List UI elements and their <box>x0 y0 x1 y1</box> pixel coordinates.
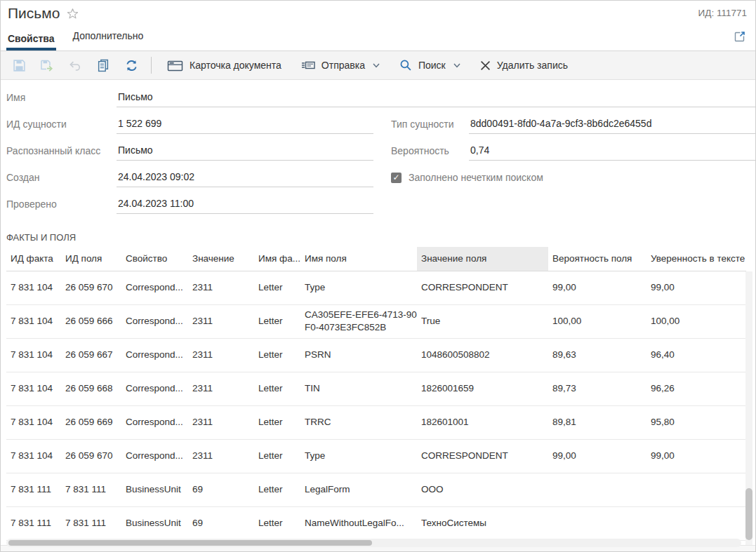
cell-field-id[interactable]: 7 831 111 <box>61 473 121 506</box>
search-button[interactable]: Поиск <box>390 51 470 79</box>
column-header[interactable]: Имя поля <box>300 247 417 271</box>
cell-field-name[interactable]: TIN <box>300 372 417 405</box>
column-header[interactable]: Значение <box>188 247 254 271</box>
cell-fact-name[interactable]: Letter <box>254 506 300 540</box>
cell-property[interactable]: Correspond... <box>121 271 188 304</box>
open-in-window-icon[interactable] <box>733 30 747 44</box>
cell-field-value[interactable]: 182601001 <box>417 405 548 439</box>
cell-field-name[interactable]: NameWithoutLegalFo... <box>300 506 417 540</box>
copy-button[interactable] <box>95 57 112 74</box>
column-header[interactable]: Имя фа... <box>254 247 300 271</box>
save-button[interactable] <box>11 57 27 74</box>
cell-fact-id[interactable]: 7 831 104 <box>6 338 61 372</box>
cell-field-value[interactable]: ТехноСистемы <box>417 506 548 540</box>
created-field[interactable]: 24.04.2023 09:02 <box>117 171 373 187</box>
vertical-scrollbar-thumb[interactable] <box>745 488 752 540</box>
cell-field-id[interactable]: 26 059 667 <box>61 338 121 372</box>
delete-record-button[interactable]: Удалить запись <box>470 51 578 79</box>
cell-fact-name[interactable]: Letter <box>254 473 300 506</box>
cell-fact-id[interactable]: 7 831 104 <box>6 271 61 304</box>
cell-property[interactable]: Correspond... <box>121 338 188 372</box>
cell-property[interactable]: BusinessUnit <box>121 473 188 506</box>
cell-value[interactable]: 69 <box>188 506 254 540</box>
cell-field-value[interactable]: ООО <box>417 473 548 506</box>
table-row[interactable]: 7 831 104 26 059 670 Correspond... 2311 … <box>6 439 746 473</box>
cell-field-id[interactable]: 26 059 669 <box>61 405 121 439</box>
undo-button[interactable] <box>67 57 84 74</box>
name-field[interactable]: Письмо <box>117 91 755 107</box>
cell-field-probability[interactable]: 89,63 <box>548 338 646 372</box>
send-button[interactable]: Отправка <box>291 51 390 79</box>
cell-fact-name[interactable]: Letter <box>254 271 300 304</box>
column-header[interactable]: Вероятность поля <box>548 247 646 271</box>
cell-property[interactable]: Correspond... <box>121 405 188 439</box>
cell-property[interactable]: Correspond... <box>121 439 188 473</box>
column-header[interactable]: Уверенность в тексте <box>646 247 746 271</box>
cell-value[interactable]: 2311 <box>188 439 254 473</box>
cell-fact-id[interactable]: 7 831 104 <box>6 304 61 338</box>
table-row[interactable]: 7 831 104 26 059 667 Correspond... 2311 … <box>6 338 746 372</box>
cell-field-probability[interactable] <box>548 473 646 506</box>
column-header[interactable]: Значение поля <box>417 247 548 271</box>
vertical-scrollbar[interactable] <box>745 271 752 546</box>
cell-text-confidence[interactable] <box>646 506 746 540</box>
cell-field-id[interactable]: 7 831 111 <box>61 506 121 540</box>
cell-field-name[interactable]: LegalForm <box>300 473 417 506</box>
cell-fact-name[interactable]: Letter <box>254 439 300 473</box>
cell-field-value[interactable]: True <box>417 304 548 338</box>
cell-field-probability[interactable]: 89,73 <box>548 372 646 405</box>
cell-field-probability[interactable] <box>548 506 646 540</box>
save-and-add-button[interactable] <box>39 57 55 74</box>
cell-value[interactable]: 2311 <box>188 304 254 338</box>
cell-text-confidence[interactable]: 95,80 <box>646 405 746 439</box>
table-row[interactable]: 7 831 104 26 059 669 Correspond... 2311 … <box>6 405 746 439</box>
cell-field-name[interactable]: TRRC <box>300 405 417 439</box>
fuzzy-search-checkbox[interactable] <box>391 173 402 183</box>
entity-id-field[interactable]: 1 522 699 <box>117 118 373 134</box>
cell-field-value[interactable]: CORRESPONDENT <box>417 271 548 304</box>
cell-fact-id[interactable]: 7 831 104 <box>6 439 61 473</box>
column-header[interactable]: ИД факта <box>6 247 61 271</box>
cell-value[interactable]: 69 <box>188 473 254 506</box>
cell-field-name[interactable]: PSRN <box>300 338 417 372</box>
cell-fact-id[interactable]: 7 831 104 <box>6 405 61 439</box>
table-row[interactable]: 7 831 104 26 059 668 Correspond... 2311 … <box>6 372 746 405</box>
cell-field-probability[interactable]: 100,00 <box>548 304 646 338</box>
horizontal-scrollbar-thumb[interactable] <box>8 540 372 546</box>
cell-text-confidence[interactable]: 100,00 <box>646 304 746 338</box>
cell-fact-id[interactable]: 7 831 111 <box>6 473 61 506</box>
tab-properties[interactable]: Свойства <box>6 33 56 51</box>
cell-field-probability[interactable]: 89,81 <box>548 405 646 439</box>
cell-text-confidence[interactable]: 99,00 <box>646 271 746 304</box>
cell-value[interactable]: 2311 <box>188 372 254 405</box>
probability-field[interactable]: 0,74 <box>469 144 755 161</box>
cell-field-name[interactable]: Type <box>300 439 417 473</box>
document-card-button[interactable]: Карточка документа <box>157 51 291 79</box>
cell-value[interactable]: 2311 <box>188 405 254 439</box>
cell-text-confidence[interactable]: 96,26 <box>646 372 746 405</box>
cell-fact-name[interactable]: Letter <box>254 372 300 405</box>
cell-text-confidence[interactable] <box>646 473 746 506</box>
recognized-class-field[interactable]: Письмо <box>117 144 373 161</box>
column-header[interactable]: ИД поля <box>61 247 121 271</box>
table-row[interactable]: 7 831 111 7 831 111 BusinessUnit 69 Lett… <box>6 506 746 540</box>
cell-field-id[interactable]: 26 059 668 <box>61 372 121 405</box>
cell-text-confidence[interactable]: 99,00 <box>646 439 746 473</box>
cell-text-confidence[interactable]: 96,40 <box>646 338 746 372</box>
cell-fact-name[interactable]: Letter <box>254 304 300 338</box>
cell-property[interactable]: Correspond... <box>121 372 188 405</box>
cell-field-value[interactable]: 1826001659 <box>417 372 548 405</box>
table-row[interactable]: 7 831 111 7 831 111 BusinessUnit 69 Lett… <box>6 473 746 506</box>
cell-fact-id[interactable]: 7 831 111 <box>6 506 61 540</box>
column-header[interactable]: Свойство <box>121 247 188 271</box>
tab-additional[interactable]: Дополнительно <box>72 30 145 51</box>
cell-property[interactable]: BusinessUnit <box>121 506 188 540</box>
cell-field-value[interactable]: CORRESPONDENT <box>417 439 548 473</box>
favorite-star-icon[interactable] <box>67 8 79 20</box>
cell-property[interactable]: Correspond... <box>121 304 188 338</box>
entity-type-field[interactable]: 8dd00491-8fd0-4a7a-9cf3-8b6dc2e6455d <box>469 118 755 134</box>
table-row[interactable]: 7 831 104 26 059 666 Correspond... 2311 … <box>6 304 746 338</box>
cell-value[interactable]: 2311 <box>188 271 254 304</box>
horizontal-scrollbar[interactable] <box>6 539 741 547</box>
table-row[interactable]: 7 831 104 26 059 670 Correspond... 2311 … <box>6 271 746 304</box>
